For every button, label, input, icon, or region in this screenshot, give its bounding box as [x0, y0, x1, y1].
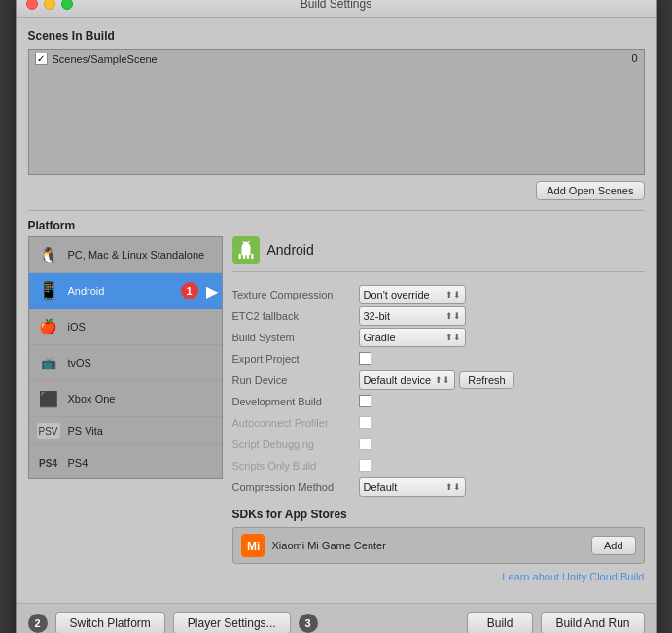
titlebar: Build Settings: [17, 0, 656, 18]
cloud-build-link-container: Learn about Unity Cloud Build: [232, 570, 645, 583]
badge-2: 2: [28, 614, 48, 633]
platform-item-xbox[interactable]: ⬛ Xbox One: [29, 381, 222, 417]
scripts-only-build-label: Scripts Only Build: [232, 455, 359, 476]
platform-item-psvita[interactable]: PSV PS Vita: [29, 417, 222, 445]
platform-item-tvos[interactable]: 📺 tvOS: [29, 345, 222, 381]
texture-compression-label: Texture Compression: [232, 284, 359, 305]
sdk-item: Mi Xiaomi Mi Game Center Add: [232, 527, 645, 564]
compression-method-row: Compression Method Default ⬆⬇: [232, 476, 645, 498]
add-open-scenes-button[interactable]: Add Open Scenes: [536, 181, 644, 200]
mi-logo: Mi: [241, 534, 265, 557]
standalone-icon: 🐧: [37, 243, 60, 266]
standalone-label: PC, Mac & Linux Standalone: [68, 249, 214, 261]
build-system-arrow: ⬆⬇: [445, 333, 461, 342]
platform-item-android[interactable]: 📱 Android 1 ▶: [29, 273, 222, 309]
bottom-right: Build Build And Run: [467, 612, 645, 633]
platform-row: 🐧 PC, Mac & Linux Standalone 📱 Android 1…: [28, 236, 645, 583]
build-button[interactable]: Build: [467, 612, 534, 633]
settings-table: Texture Compression Don't override ⬆⬇ ET…: [232, 284, 645, 498]
export-project-row: Export Project: [232, 348, 645, 369]
psvita-icon: PSV: [37, 423, 60, 439]
psvita-label: PS Vita: [68, 425, 214, 437]
run-device-dropdown[interactable]: Default device ⬆⬇: [359, 370, 456, 390]
scene-item: ✓ Scenes/SampleScene: [29, 50, 644, 68]
build-and-run-button[interactable]: Build And Run: [541, 612, 644, 633]
autoconnect-profiler-label: Autoconnect Profiler: [232, 412, 359, 434]
ps4-icon: PS4: [37, 451, 60, 475]
close-button[interactable]: [26, 0, 38, 10]
selected-arrow-icon: ▶: [206, 282, 218, 300]
build-system-row: Build System Gradle ⬆⬇: [232, 327, 645, 348]
android-platform-icon: [232, 236, 260, 264]
build-settings-window: Build Settings Scenes In Build ✓ Scenes/…: [16, 0, 657, 633]
development-build-checkbox[interactable]: [359, 395, 371, 407]
etc2-fallback-label: ETC2 fallback: [232, 305, 359, 327]
switch-platform-button[interactable]: Switch Platform: [55, 612, 165, 633]
ios-icon: 🍎: [37, 315, 60, 338]
autoconnect-profiler-checkbox[interactable]: [359, 416, 371, 429]
android-svg: [237, 241, 255, 259]
run-device-controls: Default device ⬆⬇ Refresh: [359, 370, 645, 390]
platform-item-ps4[interactable]: PS4 PS4: [29, 445, 222, 479]
maximize-button[interactable]: [61, 0, 73, 10]
compression-method-value: Default: [364, 481, 398, 493]
android-label: Android: [68, 285, 173, 297]
minimize-button[interactable]: [44, 0, 55, 10]
refresh-button[interactable]: Refresh: [459, 371, 514, 389]
window-title: Build Settings: [301, 0, 371, 11]
sdk-add-button[interactable]: Add: [591, 536, 636, 555]
sdk-section-label: SDKs for App Stores: [232, 508, 645, 521]
separator: [28, 210, 645, 211]
bottom-bar: 2 Switch Platform Player Settings... 3 B…: [17, 603, 656, 633]
run-device-arrow: ⬆⬇: [435, 375, 450, 385]
compression-method-arrow: ⬆⬇: [445, 482, 461, 492]
run-device-value: Default device: [364, 374, 432, 386]
cloud-build-link[interactable]: Learn about Unity Cloud Build: [502, 571, 644, 582]
scene-checkbox[interactable]: ✓: [35, 53, 48, 65]
export-project-label: Export Project: [232, 348, 359, 369]
autoconnect-profiler-row: Autoconnect Profiler: [232, 412, 645, 434]
texture-compression-arrow: ⬆⬇: [445, 290, 461, 299]
export-project-checkbox[interactable]: [359, 352, 371, 365]
scripts-only-build-row: Scripts Only Build: [232, 455, 645, 476]
badge-3: 3: [299, 614, 318, 633]
platform-item-standalone[interactable]: 🐧 PC, Mac & Linux Standalone: [29, 237, 222, 273]
tvos-icon: 📺: [37, 351, 60, 374]
scenes-panel: ✓ Scenes/SampleScene 0: [28, 49, 645, 175]
platform-item-ios[interactable]: 🍎 iOS: [29, 309, 222, 345]
build-system-label: Build System: [232, 327, 359, 348]
build-system-dropdown[interactable]: Gradle ⬆⬇: [359, 328, 466, 347]
android-list-icon: 📱: [37, 279, 60, 302]
script-debugging-row: Script Debugging: [232, 434, 645, 455]
etc2-fallback-value: 32-bit: [364, 310, 391, 322]
build-system-value: Gradle: [364, 332, 396, 343]
android-header: Android: [232, 236, 645, 272]
ps4-label: PS4: [68, 457, 214, 469]
etc2-fallback-dropdown[interactable]: 32-bit ⬆⬇: [359, 306, 466, 326]
compression-method-dropdown[interactable]: Default ⬆⬇: [359, 477, 466, 497]
traffic-lights: [26, 0, 73, 10]
etc2-fallback-row: ETC2 fallback 32-bit ⬆⬇: [232, 305, 645, 327]
selected-badge: 1: [181, 282, 198, 299]
script-debugging-checkbox[interactable]: [359, 438, 371, 450]
bottom-left: 2 Switch Platform Player Settings... 3: [28, 612, 318, 633]
scene-index: 0: [631, 53, 637, 64]
compression-method-label: Compression Method: [232, 476, 359, 498]
player-settings-button[interactable]: Player Settings...: [173, 612, 291, 633]
right-panel: Android Texture Compression Don't overri…: [232, 236, 645, 583]
platform-list[interactable]: 🐧 PC, Mac & Linux Standalone 📱 Android 1…: [28, 236, 223, 479]
mi-logo-svg: Mi: [245, 538, 261, 553]
platform-section-label: Platform: [28, 219, 645, 232]
script-debugging-label: Script Debugging: [232, 434, 359, 455]
texture-compression-value: Don't override: [364, 289, 430, 300]
sdk-name: Xiaomi Mi Game Center: [272, 540, 584, 551]
platform-list-container: 🐧 PC, Mac & Linux Standalone 📱 Android 1…: [28, 236, 223, 583]
scenes-section-label: Scenes In Build: [28, 29, 645, 43]
etc2-arrow: ⬆⬇: [445, 311, 461, 321]
svg-text:Mi: Mi: [247, 540, 260, 553]
development-build-row: Development Build: [232, 391, 645, 412]
texture-compression-dropdown[interactable]: Don't override ⬆⬇: [359, 285, 466, 304]
development-build-label: Development Build: [232, 391, 359, 412]
xbox-label: Xbox One: [68, 393, 214, 404]
scripts-only-build-checkbox[interactable]: [359, 459, 371, 472]
